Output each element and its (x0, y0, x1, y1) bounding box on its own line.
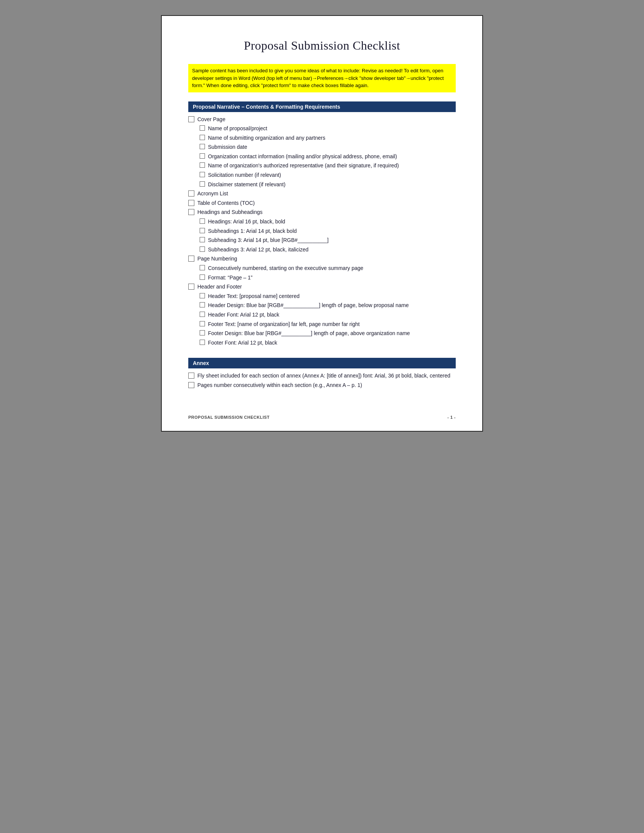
list-item: Header and Footer (188, 283, 456, 291)
list-item: Pages number consecutively within each s… (188, 382, 456, 389)
item-text: Name of submitting organization and any … (208, 134, 456, 142)
checkbox[interactable] (188, 200, 194, 206)
item-text: Subheadings 3: Arial 12 pt, black, itali… (208, 246, 456, 254)
list-item: Page Numbering (188, 255, 456, 263)
list-item: Headings: Arial 16 pt, black, bold (188, 218, 456, 226)
page-title: Proposal Submission Checklist (188, 39, 456, 53)
item-text: Subheading 3: Arial 14 pt, blue [RGB#___… (208, 236, 456, 244)
checkbox[interactable] (200, 339, 205, 345)
checkbox[interactable] (200, 265, 205, 270)
checkbox[interactable] (200, 219, 205, 224)
list-item: Header Design: Blue bar [RGB#___________… (188, 302, 456, 309)
footer-left-text: PROPOSAL SUBMISSION CHECKLIST (188, 415, 270, 420)
item-text: Footer Font: Arial 12 pt, black (208, 339, 456, 347)
list-item: Organization contact information (mailin… (188, 153, 456, 161)
item-text: Acronym List (197, 190, 456, 198)
checkbox[interactable] (200, 237, 205, 242)
section-narrative-header: Proposal Narrative – Contents & Formatti… (188, 101, 456, 112)
item-text: Consecutively numbered, starting on the … (208, 265, 456, 272)
footer-right-text: - 1 - (448, 415, 456, 420)
list-item: Name of submitting organization and any … (188, 134, 456, 142)
annex-checklist: Fly sheet included for each section of a… (188, 372, 456, 389)
list-item: Format: “Page – 1” (188, 274, 456, 282)
list-item: Footer Text: [name of organization] far … (188, 321, 456, 328)
section-narrative: Proposal Narrative – Contents & Formatti… (188, 101, 456, 347)
list-item: Headings and Subheadings (188, 209, 456, 216)
checkbox[interactable] (188, 373, 194, 379)
item-text: Solicitation number (if relevant) (208, 172, 456, 179)
item-text: Header Font: Arial 12 pt, black (208, 311, 456, 319)
checkbox[interactable] (200, 162, 205, 168)
checkbox[interactable] (188, 116, 194, 122)
notice-text: Sample content has been included to give… (192, 68, 444, 88)
checkbox[interactable] (188, 209, 194, 215)
item-text: Cover Page (197, 116, 456, 124)
list-item: Submission date (188, 143, 456, 151)
list-item: Footer Font: Arial 12 pt, black (188, 339, 456, 347)
checkbox[interactable] (200, 330, 205, 336)
item-text: Header Text: [proposal name] centered (208, 293, 456, 300)
item-text: Format: “Page – 1” (208, 274, 456, 282)
item-text: Pages number consecutively within each s… (197, 382, 456, 389)
checkbox[interactable] (200, 125, 205, 130)
list-item: Footer Design: Blue bar [RBG#__________]… (188, 330, 456, 338)
list-item: Header Text: [proposal name] centered (188, 293, 456, 300)
item-text: Header and Footer (197, 283, 456, 291)
item-text: Name of organization's authorized repres… (208, 162, 456, 170)
checkbox[interactable] (200, 293, 205, 298)
checkbox[interactable] (188, 190, 194, 196)
item-text: Fly sheet included for each section of a… (197, 372, 456, 380)
checkbox[interactable] (200, 275, 205, 280)
item-text: Footer Text: [name of organization] far … (208, 321, 456, 328)
checkbox[interactable] (188, 284, 194, 289)
item-text: Footer Design: Blue bar [RBG#__________]… (208, 330, 456, 338)
item-text: Headings: Arial 16 pt, black, bold (208, 218, 456, 226)
item-text: Table of Contents (TOC) (197, 199, 456, 207)
checkbox[interactable] (200, 321, 205, 326)
list-item: Subheading 3: Arial 14 pt, blue [RGB#___… (188, 236, 456, 244)
document-page: Proposal Submission Checklist Sample con… (161, 15, 483, 432)
item-text: Submission date (208, 143, 456, 151)
list-item: Solicitation number (if relevant) (188, 172, 456, 179)
narrative-checklist: Cover PageName of proposal/projectName o… (188, 116, 456, 347)
checkbox[interactable] (200, 246, 205, 252)
checkbox[interactable] (200, 228, 205, 233)
list-item: Consecutively numbered, starting on the … (188, 265, 456, 272)
item-text: Page Numbering (197, 255, 456, 263)
list-item: Disclaimer statement (if relevant) (188, 181, 456, 188)
notice-box: Sample content has been included to give… (188, 64, 456, 92)
list-item: Acronym List (188, 190, 456, 198)
item-text: Subheadings 1: Arial 14 pt, black bold (208, 228, 456, 235)
checkbox[interactable] (200, 312, 205, 317)
checkbox[interactable] (200, 182, 205, 187)
checkbox[interactable] (200, 153, 205, 159)
list-item: Fly sheet included for each section of a… (188, 372, 456, 380)
checkbox[interactable] (188, 382, 194, 388)
checkbox[interactable] (200, 135, 205, 140)
checkbox[interactable] (188, 256, 194, 262)
item-text: Header Design: Blue bar [RGB#___________… (208, 302, 456, 309)
checkbox[interactable] (200, 172, 205, 177)
list-item: Header Font: Arial 12 pt, black (188, 311, 456, 319)
item-text: Disclaimer statement (if relevant) (208, 181, 456, 188)
item-text: Organization contact information (mailin… (208, 153, 456, 161)
checkbox[interactable] (200, 302, 205, 307)
list-item: Name of proposal/project (188, 125, 456, 132)
list-item: Subheadings 1: Arial 14 pt, black bold (188, 228, 456, 235)
list-item: Cover Page (188, 116, 456, 124)
item-text: Name of proposal/project (208, 125, 456, 132)
section-annex-header: Annex (188, 358, 456, 368)
list-item: Subheadings 3: Arial 12 pt, black, itali… (188, 246, 456, 254)
page-footer: PROPOSAL SUBMISSION CHECKLIST - 1 - (188, 415, 456, 420)
list-item: Table of Contents (TOC) (188, 199, 456, 207)
list-item: Name of organization's authorized repres… (188, 162, 456, 170)
checkbox[interactable] (200, 144, 205, 149)
item-text: Headings and Subheadings (197, 209, 456, 216)
section-annex: Annex Fly sheet included for each sectio… (188, 358, 456, 389)
